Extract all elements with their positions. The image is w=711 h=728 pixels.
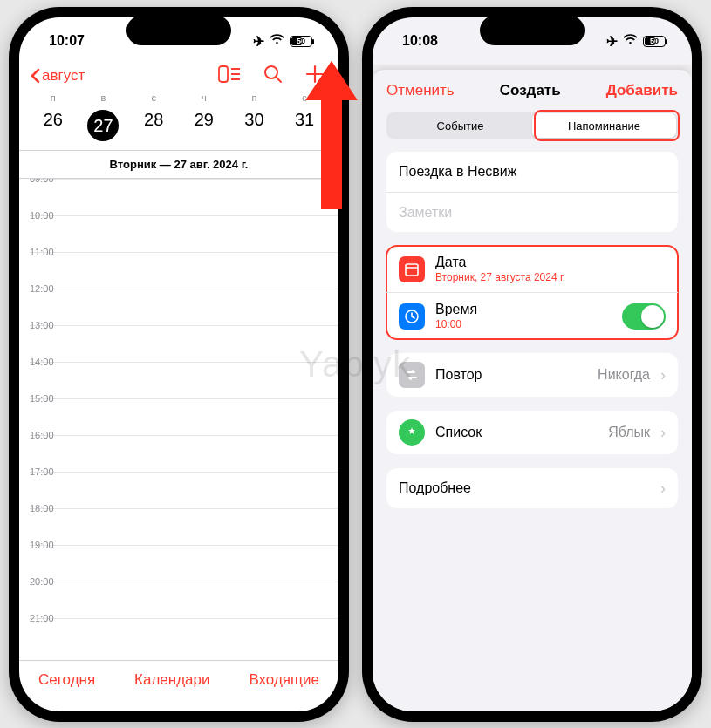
- datetime-card: Дата Вторник, 27 августа 2024 г. Время 1…: [386, 246, 678, 339]
- back-button[interactable]: август: [30, 67, 85, 85]
- back-label: август: [42, 67, 85, 85]
- hour-row[interactable]: 20:00: [30, 582, 338, 618]
- repeat-label: Повтор: [435, 367, 587, 383]
- add-button[interactable]: Добавить: [606, 82, 678, 99]
- battery-icon: 50: [643, 36, 666, 47]
- status-time: 10:07: [49, 33, 85, 49]
- list-row[interactable]: Список Яблык ›: [386, 411, 678, 454]
- repeat-row[interactable]: Повтор Никогда ›: [386, 353, 678, 397]
- phone-frame-right: 10:08 ✈︎ 50 Отменить Создать Добавить: [362, 7, 702, 722]
- modal-title: Создать: [500, 82, 561, 99]
- segment-event[interactable]: Событие: [388, 113, 532, 138]
- cancel-button[interactable]: Отменить: [386, 82, 455, 99]
- day-cell[interactable]: 27: [83, 106, 123, 150]
- hour-row[interactable]: 15:00: [30, 398, 338, 435]
- repeat-value: Никогда: [598, 367, 650, 383]
- svg-line-5: [277, 78, 282, 83]
- list-value: Яблык: [608, 425, 650, 440]
- calendar-icon: [399, 256, 425, 282]
- week-day-row: пвсчпс: [19, 92, 338, 106]
- list-label: Список: [435, 425, 598, 440]
- bottom-toolbar: Сегодня Календари Входящие: [19, 660, 338, 711]
- day-cell[interactable]: 31: [284, 106, 325, 150]
- more-card: Подробнее ›: [386, 468, 678, 508]
- create-modal: Отменить Создать Добавить Событие Напоми…: [373, 70, 692, 711]
- list-view-icon[interactable]: [218, 65, 241, 86]
- segment-reminder[interactable]: Напоминание: [532, 113, 676, 138]
- weekday-label: с: [284, 92, 325, 106]
- chevron-right-icon: ›: [660, 366, 666, 384]
- calendars-button[interactable]: Календари: [134, 671, 209, 689]
- inbox-button[interactable]: Входящие: [249, 671, 319, 689]
- time-toggle[interactable]: [622, 303, 666, 330]
- time-label: Время: [435, 302, 612, 317]
- hour-row[interactable]: 13:00: [30, 325, 338, 362]
- segment-control[interactable]: Событие Напоминание: [386, 112, 678, 139]
- wifi-icon: [270, 33, 284, 49]
- weekday-label: в: [83, 92, 123, 106]
- today-button[interactable]: Сегодня: [38, 671, 95, 689]
- hour-row[interactable]: 11:00: [30, 252, 338, 289]
- airplane-icon: ✈︎: [606, 33, 618, 50]
- hour-row[interactable]: 17:00: [30, 472, 338, 508]
- repeat-card: Повтор Никогда ›: [386, 353, 678, 397]
- day-title: Вторник — 27 авг. 2024 г.: [19, 151, 338, 178]
- day-cell[interactable]: 29: [184, 106, 224, 150]
- hour-row[interactable]: 10:00: [30, 215, 338, 252]
- hour-row[interactable]: 16:00: [30, 435, 338, 472]
- weekday-label: п: [33, 92, 73, 106]
- hour-row[interactable]: 18:00: [30, 508, 338, 545]
- repeat-icon: [399, 362, 425, 388]
- search-icon[interactable]: [263, 65, 283, 87]
- phone-frame-left: 10:07 ✈︎ 50 август: [9, 7, 349, 722]
- notes-input[interactable]: Заметки: [386, 192, 678, 232]
- list-card: Список Яблык ›: [386, 411, 678, 454]
- status-time: 10:08: [402, 33, 438, 49]
- clock-icon: [399, 303, 425, 330]
- notes-placeholder: Заметки: [399, 205, 452, 221]
- weekday-label: с: [133, 92, 174, 106]
- dynamic-island: [480, 16, 585, 45]
- dynamic-island: [126, 16, 231, 45]
- date-label: Дата: [435, 255, 666, 270]
- title-card: Поездка в Несвиж Заметки: [386, 152, 678, 232]
- date-value: Вторник, 27 августа 2024 г.: [435, 271, 666, 283]
- weekday-label: ч: [184, 92, 224, 106]
- day-cell[interactable]: 30: [234, 106, 274, 150]
- week-date-row: 262728293031: [19, 106, 338, 150]
- wifi-icon: [623, 33, 638, 49]
- add-icon[interactable]: [305, 65, 325, 87]
- time-row[interactable]: Время 10:00: [386, 292, 678, 339]
- hour-list[interactable]: 09:0010:0011:0012:0013:0014:0015:0016:00…: [19, 179, 338, 660]
- hour-row[interactable]: 19:00: [30, 545, 338, 582]
- chevron-left-icon: [30, 68, 40, 84]
- list-icon: [399, 419, 425, 446]
- weekday-label: п: [234, 92, 274, 106]
- title-value: Поездка в Несвиж: [399, 164, 517, 180]
- more-label: Подробнее: [399, 480, 650, 496]
- title-input[interactable]: Поездка в Несвиж: [386, 152, 678, 192]
- airplane-icon: ✈︎: [253, 33, 264, 50]
- hour-row[interactable]: 09:00: [30, 179, 338, 215]
- hour-row[interactable]: 21:00: [30, 618, 338, 655]
- date-row[interactable]: Дата Вторник, 27 августа 2024 г.: [386, 246, 678, 292]
- svg-rect-0: [219, 66, 228, 82]
- more-row[interactable]: Подробнее ›: [386, 468, 678, 508]
- day-cell[interactable]: 28: [133, 106, 174, 150]
- battery-icon: 50: [290, 36, 312, 47]
- svg-rect-8: [406, 264, 418, 276]
- time-value: 10:00: [435, 318, 612, 330]
- chevron-right-icon: ›: [660, 424, 666, 442]
- chevron-right-icon: ›: [660, 480, 666, 498]
- day-cell[interactable]: 26: [33, 106, 73, 150]
- hour-row[interactable]: 14:00: [30, 362, 338, 398]
- hour-row[interactable]: 12:00: [30, 289, 338, 325]
